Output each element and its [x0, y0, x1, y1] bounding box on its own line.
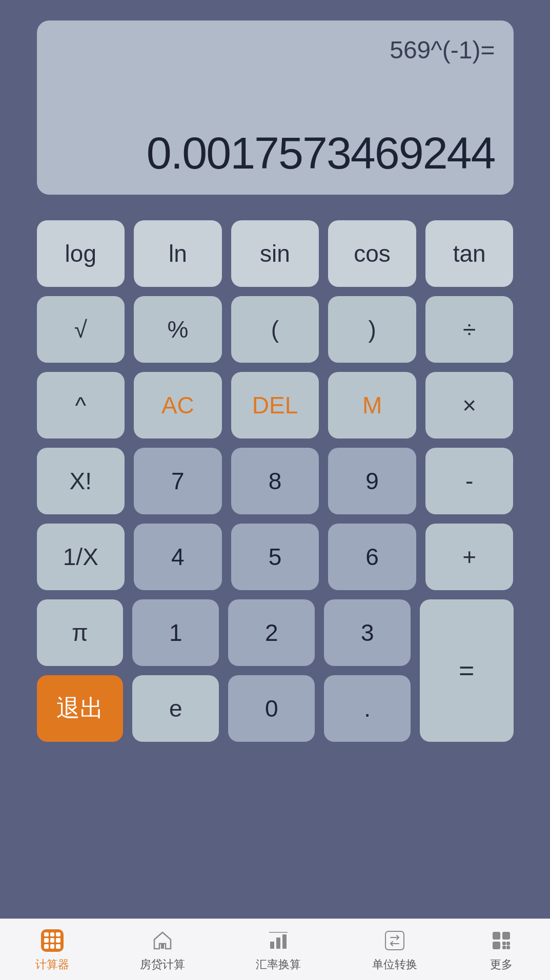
rparen-button[interactable]: ) — [328, 296, 416, 363]
svg-rect-7 — [502, 932, 510, 940]
row-7: 退出 e 0 . — [37, 675, 411, 742]
nav-mortgage-label: 房贷计算 — [140, 957, 185, 972]
power-button[interactable]: ^ — [37, 372, 125, 439]
9-button[interactable]: 9 — [328, 448, 416, 514]
chart-icon — [265, 927, 292, 954]
plus-button[interactable]: + — [425, 524, 514, 590]
nav-unit-label: 单位转换 — [372, 957, 417, 972]
exit-button[interactable]: 退出 — [37, 675, 124, 742]
equals-column: = — [420, 599, 513, 742]
cos-button[interactable]: cos — [328, 220, 416, 287]
row-4: X! 7 8 9 - — [37, 448, 514, 514]
equals-button[interactable]: = — [420, 599, 513, 742]
nav-calculator[interactable]: 计算器 — [35, 927, 69, 972]
row-2: √ % ( ) ÷ — [37, 296, 514, 363]
nav-exchange-label: 汇率换算 — [256, 957, 301, 972]
svg-rect-9 — [502, 942, 506, 945]
reciprocal-button[interactable]: 1/X — [37, 524, 125, 590]
svg-rect-11 — [502, 946, 506, 949]
swap-icon — [381, 927, 408, 954]
6-button[interactable]: 6 — [328, 524, 416, 590]
4-button[interactable]: 4 — [134, 524, 222, 590]
del-button[interactable]: DEL — [231, 372, 319, 439]
nav-exchange[interactable]: 汇率换算 — [256, 927, 301, 972]
buttons-container: log ln sin cos tan √ % ( ) ÷ ^ AC DEL M … — [37, 220, 514, 919]
log-button[interactable]: log — [37, 220, 125, 287]
nav-more-label: 更多 — [490, 957, 513, 972]
svg-rect-5 — [385, 931, 404, 950]
svg-rect-1 — [270, 942, 274, 949]
svg-rect-6 — [493, 932, 500, 940]
svg-rect-2 — [276, 937, 280, 949]
row-1: log ln sin cos tan — [37, 220, 514, 287]
svg-rect-10 — [506, 942, 510, 945]
sin-button[interactable]: sin — [231, 220, 319, 287]
1-button[interactable]: 1 — [132, 599, 219, 666]
e-button[interactable]: e — [132, 675, 219, 742]
memory-button[interactable]: M — [328, 372, 416, 439]
factorial-button[interactable]: X! — [37, 448, 125, 514]
left-columns: π 1 2 3 退出 e 0 . — [37, 599, 411, 742]
nav-calculator-label: 计算器 — [35, 957, 69, 972]
ac-button[interactable]: AC — [134, 372, 222, 439]
tan-button[interactable]: tan — [425, 220, 514, 287]
minus-button[interactable]: - — [425, 448, 514, 514]
svg-rect-0 — [161, 944, 164, 949]
svg-rect-12 — [506, 946, 510, 949]
svg-rect-3 — [282, 934, 287, 949]
last-two-rows: π 1 2 3 退出 e 0 . = — [37, 599, 514, 742]
sqrt-button[interactable]: √ — [37, 296, 125, 363]
multiply-button[interactable]: × — [425, 372, 514, 439]
nav-unit[interactable]: 单位转换 — [372, 927, 417, 972]
display-expression: 569^(-1)= — [55, 36, 495, 67]
display-result: 0.0017573469244 — [55, 127, 495, 179]
house-icon — [149, 927, 176, 954]
display-area: 569^(-1)= 0.0017573469244 — [37, 20, 514, 195]
percent-button[interactable]: % — [134, 296, 222, 363]
svg-rect-8 — [493, 942, 500, 949]
more-icon — [488, 927, 515, 954]
ln-button[interactable]: ln — [134, 220, 222, 287]
bottom-nav: 计算器 房贷计算 汇率换算 — [0, 919, 550, 980]
pi-button[interactable]: π — [37, 599, 124, 666]
row-6: π 1 2 3 — [37, 599, 411, 666]
divide-button[interactable]: ÷ — [425, 296, 514, 363]
8-button[interactable]: 8 — [231, 448, 319, 514]
dot-button[interactable]: . — [324, 675, 411, 742]
0-button[interactable]: 0 — [228, 675, 315, 742]
row-5: 1/X 4 5 6 + — [37, 524, 514, 590]
7-button[interactable]: 7 — [134, 448, 222, 514]
3-button[interactable]: 3 — [324, 599, 411, 666]
lparen-button[interactable]: ( — [231, 296, 319, 363]
2-button[interactable]: 2 — [228, 599, 315, 666]
row-3: ^ AC DEL M × — [37, 372, 514, 439]
nav-more[interactable]: 更多 — [488, 927, 515, 972]
nav-mortgage[interactable]: 房贷计算 — [140, 927, 185, 972]
5-button[interactable]: 5 — [231, 524, 319, 590]
calc-icon — [39, 927, 66, 954]
